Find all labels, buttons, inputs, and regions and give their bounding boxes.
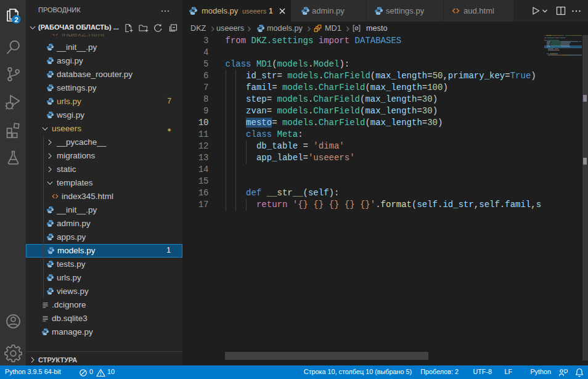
svg-text:2: 2 [14,16,18,23]
